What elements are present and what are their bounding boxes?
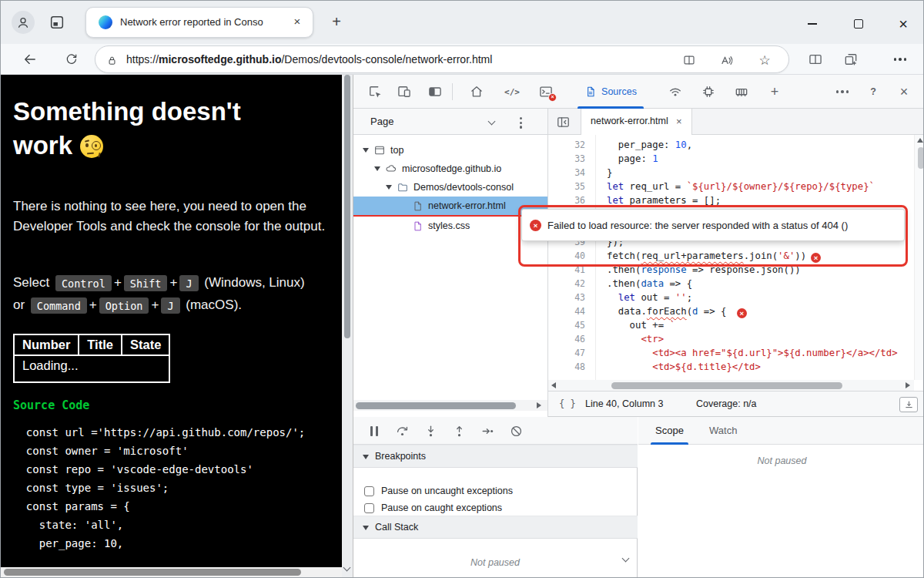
pause-script-button[interactable]	[363, 420, 385, 442]
editor-horizontal-scrollbar[interactable]	[548, 380, 914, 391]
line-number[interactable]: 40	[548, 249, 595, 263]
step-over-button[interactable]	[391, 420, 413, 442]
browser-tab[interactable]: Network error reported in Conso ×	[85, 7, 313, 38]
scrollbar-thumb[interactable]	[344, 75, 350, 338]
line-number[interactable]: 45	[548, 318, 595, 332]
add-panel-button[interactable]: +	[763, 80, 786, 103]
help-icon: ?	[866, 85, 880, 99]
page-vertical-scrollbar[interactable]	[342, 75, 353, 578]
step-button[interactable]	[477, 420, 498, 442]
tab-watch[interactable]: Watch	[698, 417, 748, 445]
line-number[interactable]: 47	[548, 346, 595, 360]
line-number[interactable]: 34	[548, 166, 595, 180]
pause-caught-row[interactable]: Pause on caught exceptions	[353, 500, 638, 517]
expand-icon[interactable]	[363, 148, 369, 153]
expand-icon[interactable]	[386, 185, 392, 190]
sources-tab[interactable]: Sources	[571, 75, 650, 109]
tab-scope[interactable]: Scope	[644, 417, 695, 445]
refresh-button[interactable]	[61, 49, 82, 70]
window-close-button[interactable]: ×	[892, 13, 914, 35]
expand-icon[interactable]	[374, 166, 380, 171]
url-domain: microsoftedge.github.io	[159, 53, 281, 66]
console-tab-button[interactable]: ×	[534, 80, 557, 103]
devtools-help-button[interactable]: ?	[862, 80, 885, 103]
line-number[interactable]: 35	[548, 180, 595, 193]
scroll-down-icon[interactable]	[343, 564, 351, 572]
tree-item-top[interactable]: top	[353, 141, 548, 160]
split-screen-icon[interactable]	[681, 52, 698, 69]
address-bar[interactable]: https://microsoftedge.github.io/Demos/de…	[95, 45, 789, 73]
tree-item-folder[interactable]: Demos/devtools-consol	[353, 178, 548, 197]
line-number[interactable]: 44	[548, 304, 595, 318]
performance-tab-button[interactable]	[697, 80, 720, 103]
focus-mode-button[interactable]	[424, 80, 447, 103]
profile-avatar[interactable]	[12, 11, 35, 34]
error-icon[interactable]: ×	[811, 253, 821, 263]
scroll-left-icon[interactable]	[551, 382, 556, 388]
back-button[interactable]	[19, 49, 41, 70]
pause-uncaught-row[interactable]: Pause on uncaught exceptions	[353, 483, 638, 500]
deactivate-breakpoints-button[interactable]	[505, 420, 527, 442]
editor-code-lines[interactable]: per_page: 10, page: 1}let req_url = `${u…	[596, 135, 914, 380]
scrollbar-thumb[interactable]	[918, 147, 924, 169]
welcome-tab-button[interactable]	[465, 80, 488, 103]
navigator-toggle-icon	[556, 115, 571, 129]
devtools-close-button[interactable]: ×	[892, 80, 916, 103]
tree-item-network-error-html[interactable]: network-error.html	[353, 197, 548, 217]
line-number[interactable]: 46	[548, 332, 595, 346]
breakpoints-section-header[interactable]: Breakpoints	[353, 445, 638, 468]
elements-tab-button[interactable]: </>	[500, 80, 524, 103]
new-tab-button[interactable]: +	[327, 13, 346, 32]
scrollbar-thumb[interactable]	[611, 382, 842, 389]
navigator-toggle-button[interactable]	[553, 112, 573, 132]
navigator-menu-icon[interactable]	[520, 117, 522, 129]
collections-button[interactable]	[840, 49, 862, 70]
code-line: <td><a href="${d.url}">${d.number}</a></…	[596, 346, 914, 360]
step-out-button[interactable]	[448, 420, 470, 442]
window-maximize-button[interactable]	[848, 13, 869, 35]
scroll-right-icon[interactable]	[537, 402, 541, 408]
navigator-page-tab[interactable]: Page	[370, 109, 393, 134]
lock-icon[interactable]	[103, 52, 120, 69]
inspect-button[interactable]	[363, 80, 387, 103]
scroll-up-icon[interactable]	[917, 138, 923, 143]
pretty-print-icon[interactable]: { }	[559, 391, 576, 417]
error-icon[interactable]: ×	[737, 308, 747, 318]
scrollbar-thumb[interactable]	[356, 402, 516, 409]
line-number[interactable]: 33	[548, 152, 595, 166]
editor-tab-close-icon[interactable]: ×	[673, 116, 685, 128]
browser-menu-button[interactable]	[889, 49, 911, 70]
scrollbar-thumb[interactable]	[4, 569, 301, 576]
chevron-down-icon[interactable]	[488, 118, 496, 126]
tree-item-styles-css[interactable]: styles.css	[353, 217, 548, 235]
editor-vertical-scrollbar[interactable]	[914, 135, 924, 380]
scroll-right-icon[interactable]	[906, 382, 910, 388]
line-number[interactable]: 42	[548, 277, 595, 291]
line-number[interactable]: 41	[548, 263, 595, 277]
tab-actions-icon[interactable]	[49, 14, 65, 31]
line-number[interactable]: 36	[548, 193, 595, 207]
line-number[interactable]: 48	[548, 360, 595, 374]
checkbox-caught[interactable]	[364, 503, 374, 513]
navigator-horizontal-scrollbar[interactable]	[353, 400, 547, 411]
line-number[interactable]: 43	[548, 291, 595, 304]
memory-tab-button[interactable]	[730, 80, 753, 103]
tab-close-icon[interactable]: ×	[290, 14, 305, 29]
network-tab-button[interactable]	[664, 80, 687, 103]
device-emulation-button[interactable]	[393, 80, 416, 103]
call-stack-section-header[interactable]: Call Stack	[353, 516, 638, 539]
tree-item-domain[interactable]: microsoftedge.github.io	[353, 160, 548, 178]
line-number[interactable]: 32	[548, 138, 595, 152]
window-minimize-button[interactable]	[802, 13, 823, 35]
devtools-menu-button[interactable]	[831, 80, 854, 103]
page-horizontal-scrollbar[interactable]	[1, 567, 342, 577]
editor-tab[interactable]: network-error.html ×	[581, 109, 692, 135]
checkbox-uncaught[interactable]	[364, 486, 374, 496]
split-window-button[interactable]	[805, 49, 826, 70]
download-button[interactable]	[899, 397, 918, 412]
collapse-icon[interactable]	[363, 526, 369, 530]
read-aloud-icon[interactable]	[718, 52, 735, 69]
favorites-star-icon[interactable]: ☆	[756, 52, 773, 69]
collapse-icon[interactable]	[363, 455, 369, 459]
step-into-button[interactable]	[420, 420, 441, 442]
